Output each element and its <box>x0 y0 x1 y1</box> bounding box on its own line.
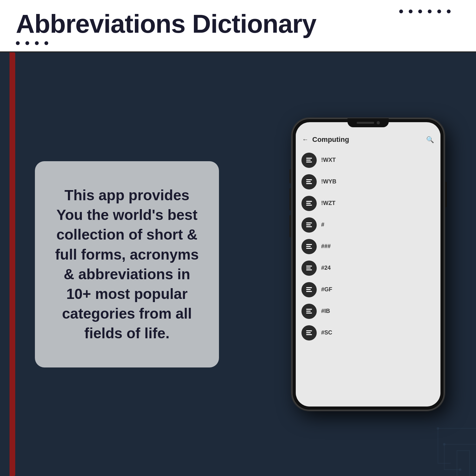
list-item-icon <box>301 196 317 211</box>
list-item-label: # <box>321 221 324 228</box>
list-item-label: #SC <box>321 329 332 336</box>
list-item-label: #GF <box>321 286 332 293</box>
app-header: ← Computing 🔍 <box>296 131 440 147</box>
dot <box>399 10 403 13</box>
icon-line <box>306 160 311 161</box>
app-list: !WXT !WYB !WZT <box>296 147 440 407</box>
icon-line <box>306 268 311 268</box>
phone-button-left-2 <box>289 188 291 210</box>
icon-line <box>306 205 312 206</box>
icon-line <box>306 248 312 249</box>
list-lines-icon <box>306 179 312 184</box>
svg-point-2 <box>437 427 439 430</box>
notch-camera <box>377 121 380 124</box>
list-lines-icon <box>306 330 312 335</box>
icon-line <box>306 224 311 225</box>
icon-line <box>306 289 311 290</box>
list-item-label: #24 <box>321 265 331 271</box>
accent-bar <box>10 52 15 476</box>
list-item-icon <box>301 304 317 319</box>
icon-line <box>306 162 312 162</box>
header-dots-bottom <box>16 41 460 45</box>
phone-notch <box>347 118 389 127</box>
header-dots-top <box>399 10 451 13</box>
list-item[interactable]: #IB <box>296 301 440 322</box>
icon-line <box>306 311 311 312</box>
icon-line <box>306 330 312 331</box>
icon-line <box>306 313 312 314</box>
list-lines-icon <box>306 309 312 314</box>
list-lines-icon <box>306 158 312 162</box>
list-item-icon <box>301 282 317 297</box>
list-item-label: !WZT <box>321 200 335 207</box>
icon-line <box>306 266 312 267</box>
list-item[interactable]: !WZT <box>296 193 440 214</box>
dot <box>447 10 451 13</box>
list-item[interactable]: #SC <box>296 322 440 344</box>
list-item-icon <box>301 174 317 189</box>
list-lines-icon <box>306 201 312 206</box>
list-item[interactable]: !WXT <box>296 149 440 171</box>
list-item-icon <box>301 153 317 168</box>
phone-mockup: ← Computing 🔍 !WXT <box>292 118 444 410</box>
list-lines-icon <box>306 266 312 270</box>
list-item-icon <box>301 217 317 233</box>
icon-line <box>306 291 312 292</box>
phone-button-left-1 <box>289 169 291 183</box>
svg-point-0 <box>443 443 446 446</box>
list-item-icon <box>301 261 317 276</box>
list-lines-icon <box>306 244 312 249</box>
list-item[interactable]: # <box>296 214 440 236</box>
icon-line <box>306 158 312 159</box>
list-item-label: !WXT <box>321 157 336 163</box>
dot <box>428 10 432 13</box>
phone-button-right <box>445 182 447 207</box>
search-icon[interactable]: 🔍 <box>426 136 434 143</box>
dot <box>25 41 29 45</box>
list-item[interactable]: #GF <box>296 279 440 301</box>
list-item[interactable]: #24 <box>296 257 440 279</box>
icon-line <box>306 222 312 223</box>
icon-line <box>306 244 312 245</box>
dot <box>35 41 39 45</box>
svg-point-1 <box>459 468 461 471</box>
dot <box>16 41 20 45</box>
app-header-left: ← Computing <box>302 136 349 144</box>
icon-line <box>306 332 311 333</box>
back-arrow-icon[interactable]: ← <box>302 136 308 143</box>
page-wrapper: Abbreviations Dictionary This app provid… <box>0 0 476 476</box>
phone-button-left-3 <box>289 215 291 237</box>
notch-speaker <box>357 122 374 124</box>
list-item-label: #IB <box>321 308 330 314</box>
list-item-label: !WYB <box>321 178 336 185</box>
list-lines-icon <box>306 222 312 227</box>
icon-line <box>306 179 312 180</box>
app-screen-title: Computing <box>312 136 349 144</box>
icon-line <box>306 269 312 270</box>
dot <box>44 41 48 45</box>
dot <box>437 10 441 13</box>
app-screen: ← Computing 🔍 !WXT <box>296 131 440 407</box>
phone-outer: ← Computing 🔍 !WXT <box>292 118 444 410</box>
icon-line <box>306 287 312 288</box>
header: Abbreviations Dictionary <box>0 0 476 52</box>
list-item[interactable]: !WYB <box>296 171 440 193</box>
icon-line <box>306 309 312 310</box>
dot <box>418 10 422 13</box>
list-lines-icon <box>306 287 312 292</box>
icon-line <box>306 334 312 335</box>
icon-line <box>306 246 311 247</box>
list-item[interactable]: ### <box>296 236 440 257</box>
main-content: This app provides You the world's best c… <box>0 52 476 476</box>
list-item-label: ### <box>321 243 331 250</box>
icon-line <box>306 203 311 204</box>
icon-line <box>306 183 312 184</box>
dot <box>409 10 413 13</box>
description-card: This app provides You the world's best c… <box>35 161 219 367</box>
icon-line <box>306 181 311 182</box>
list-item-icon <box>301 239 317 254</box>
page-title: Abbreviations Dictionary <box>16 10 460 38</box>
icon-line <box>306 226 312 227</box>
description-text: This app provides You the world's best c… <box>54 185 200 343</box>
icon-line <box>306 201 312 202</box>
